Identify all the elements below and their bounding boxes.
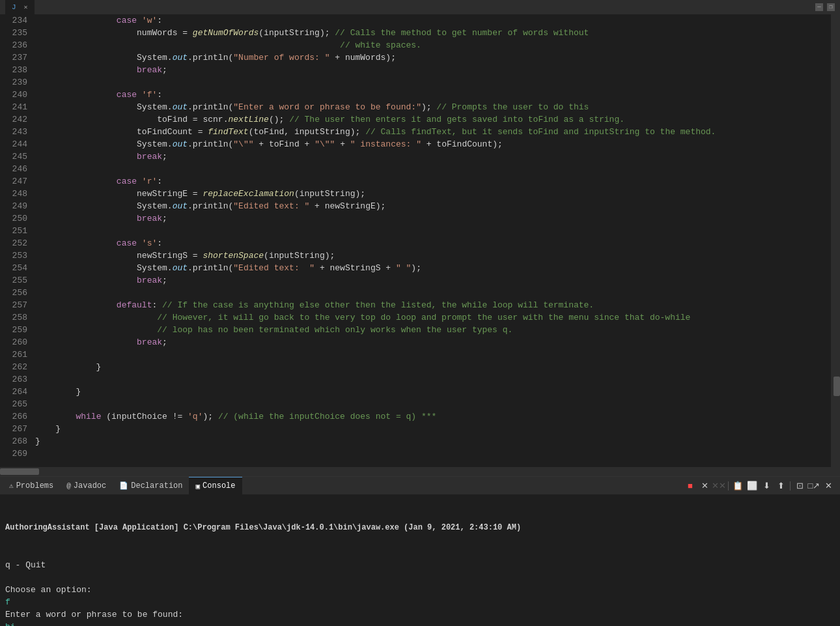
code-line: System.out.println("Number of words: " +… [35, 51, 828, 64]
problems-tab-label: Problems [16, 481, 54, 491]
toolbar-clear-console-button[interactable]: ⬜ [746, 479, 759, 492]
line-number: 243 [3, 126, 27, 138]
javadoc-tab-label: Javadoc [74, 481, 106, 491]
code-line [35, 287, 828, 299]
line-number: 248 [3, 188, 27, 200]
line-number: 255 [3, 274, 27, 287]
toolbar-terminate-button[interactable]: ■ [684, 479, 697, 492]
toolbar-copy-button[interactable]: 📋 [731, 479, 744, 492]
code-line: // white spaces. [35, 39, 828, 51]
toolbar-separator [728, 481, 729, 491]
console-header-line: AuthoringAssistant [Java Application] C:… [5, 522, 835, 534]
code-line [35, 398, 828, 410]
vertical-scrollbar[interactable] [831, 14, 840, 467]
line-number: 260 [3, 336, 27, 349]
panel-tabs-left: ⚠Problems@Javadoc📄Declaration▣Console [3, 477, 242, 494]
code-line: case 'f': [35, 89, 828, 101]
code-line: System.out.println("Edited text: " + new… [35, 200, 828, 212]
toolbar-close-button[interactable]: ✕ [822, 479, 835, 492]
toolbar-remove-launch-button[interactable]: ✕ [698, 479, 711, 492]
panel-tab-problems[interactable]: ⚠Problems [3, 477, 60, 494]
line-number: 239 [3, 76, 27, 89]
line-number: 253 [3, 249, 27, 262]
horizontal-scrollbar-area [0, 467, 840, 476]
code-line: System.out.println("Enter a word or phra… [35, 101, 828, 113]
line-number: 262 [3, 361, 27, 373]
console-line: Enter a word or phrase to be found: [5, 608, 835, 621]
line-number: 246 [3, 163, 27, 175]
problems-tab-icon: ⚠ [9, 481, 14, 490]
console-tab-label: Console [203, 481, 235, 491]
line-number: 254 [3, 262, 27, 274]
title-bar: J ✕ ─ ❐ [0, 0, 840, 14]
toolbar-pin-console-button[interactable]: □↗ [807, 479, 820, 492]
code-line: } [35, 435, 828, 448]
code-line: break; [35, 336, 828, 349]
code-line: } [35, 386, 828, 398]
line-number: 263 [3, 373, 27, 386]
line-number: 259 [3, 324, 27, 336]
line-number: 234 [3, 14, 27, 27]
bottom-panel: ⚠Problems@Javadoc📄Declaration▣Console ■✕… [0, 476, 840, 626]
file-icon: J [12, 3, 16, 11]
line-numbers: 2342352362372382392402412422432442452462… [0, 14, 33, 467]
code-editor[interactable]: case 'w': numWords = getNumOfWords(input… [33, 14, 831, 467]
horizontal-scrollbar-thumb[interactable] [0, 468, 39, 475]
code-line: case 's': [35, 237, 828, 249]
code-line: break; [35, 274, 828, 287]
toolbar-scroll-lock-button[interactable]: ⬇ [760, 479, 773, 492]
line-number: 244 [3, 138, 27, 150]
line-number: 249 [3, 200, 27, 212]
code-line: } [35, 361, 828, 373]
line-number: 251 [3, 225, 27, 237]
line-number: 245 [3, 150, 27, 163]
line-number: 241 [3, 101, 27, 113]
code-line: default: // If the case is anything else… [35, 299, 828, 311]
toolbar-word-wrap-button[interactable]: ⬆ [774, 479, 787, 492]
console-line: hi [5, 621, 835, 626]
line-number: 247 [3, 175, 27, 188]
code-line: break; [35, 212, 828, 225]
line-number: 238 [3, 64, 27, 76]
toolbar-remove-all-terminated-button[interactable]: ✕✕ [712, 479, 725, 492]
restore-button[interactable]: ❐ [827, 3, 835, 11]
line-number: 242 [3, 113, 27, 126]
code-line [35, 163, 828, 175]
code-line [35, 76, 828, 89]
code-line [35, 225, 828, 237]
line-number: 265 [3, 398, 27, 410]
code-line [35, 448, 828, 460]
console-line: f [5, 596, 835, 608]
line-number: 237 [3, 51, 27, 64]
close-tab-button[interactable]: ✕ [24, 3, 28, 11]
panel-tab-declaration[interactable]: 📄Declaration [113, 477, 189, 494]
line-number: 250 [3, 212, 27, 225]
console-line: q - Quit [5, 559, 835, 571]
code-line: case 'r': [35, 175, 828, 188]
code-line: } [35, 423, 828, 435]
editor-tab[interactable]: J ✕ [5, 0, 35, 14]
scrollbar-thumb[interactable] [833, 377, 840, 396]
console-tab-icon: ▣ [195, 482, 200, 491]
line-number: 268 [3, 435, 27, 448]
code-line: // However, it will go back to the very … [35, 311, 828, 324]
console-line: Choose an option: [5, 584, 835, 596]
line-number: 267 [3, 423, 27, 435]
code-line [35, 349, 828, 361]
panel-tab-javadoc[interactable]: @Javadoc [60, 477, 113, 494]
panel-tab-console[interactable]: ▣Console [189, 477, 242, 494]
code-line: while (inputChoice != 'q'); // (while th… [35, 410, 828, 423]
code-line: newStringE = replaceExclamation(inputStr… [35, 188, 828, 200]
line-number: 236 [3, 39, 27, 51]
code-line [35, 373, 828, 386]
declaration-tab-icon: 📄 [119, 481, 128, 490]
horizontal-scrollbar-track[interactable] [0, 467, 840, 476]
code-line: toFindCount = findText(toFind, inputStri… [35, 126, 828, 138]
minimize-button[interactable]: ─ [815, 3, 823, 11]
code-line: numWords = getNumOfWords(inputString); /… [35, 27, 828, 39]
toolbar-separator [790, 481, 791, 491]
toolbar-open-console-button[interactable]: ⊡ [793, 479, 806, 492]
code-line: System.out.println("Edited text: " + new… [35, 262, 828, 274]
line-number: 235 [3, 27, 27, 39]
line-number: 266 [3, 410, 27, 423]
